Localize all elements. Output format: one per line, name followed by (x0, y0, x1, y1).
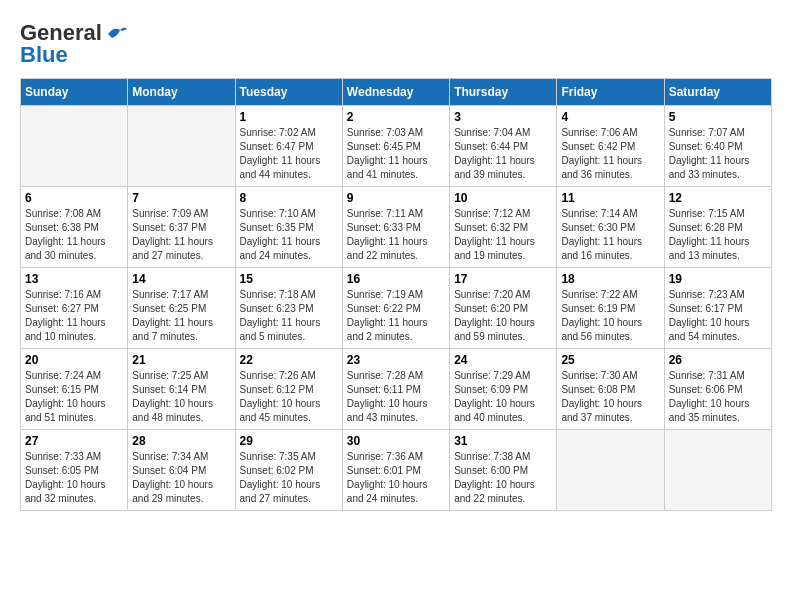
calendar-day-cell: 19Sunrise: 7:23 AM Sunset: 6:17 PM Dayli… (664, 268, 771, 349)
weekday-header: Tuesday (235, 79, 342, 106)
calendar-day-cell (664, 430, 771, 511)
day-number: 15 (240, 272, 338, 286)
day-info: Sunrise: 7:10 AM Sunset: 6:35 PM Dayligh… (240, 207, 338, 263)
day-number: 14 (132, 272, 230, 286)
day-number: 22 (240, 353, 338, 367)
day-info: Sunrise: 7:18 AM Sunset: 6:23 PM Dayligh… (240, 288, 338, 344)
day-info: Sunrise: 7:38 AM Sunset: 6:00 PM Dayligh… (454, 450, 552, 506)
day-number: 25 (561, 353, 659, 367)
day-info: Sunrise: 7:09 AM Sunset: 6:37 PM Dayligh… (132, 207, 230, 263)
calendar-day-cell: 18Sunrise: 7:22 AM Sunset: 6:19 PM Dayli… (557, 268, 664, 349)
calendar-day-cell: 30Sunrise: 7:36 AM Sunset: 6:01 PM Dayli… (342, 430, 449, 511)
day-number: 6 (25, 191, 123, 205)
day-number: 3 (454, 110, 552, 124)
calendar-day-cell: 22Sunrise: 7:26 AM Sunset: 6:12 PM Dayli… (235, 349, 342, 430)
calendar-day-cell: 17Sunrise: 7:20 AM Sunset: 6:20 PM Dayli… (450, 268, 557, 349)
calendar-day-cell: 15Sunrise: 7:18 AM Sunset: 6:23 PM Dayli… (235, 268, 342, 349)
page-header: General Blue (20, 20, 772, 68)
day-number: 27 (25, 434, 123, 448)
day-info: Sunrise: 7:29 AM Sunset: 6:09 PM Dayligh… (454, 369, 552, 425)
day-info: Sunrise: 7:34 AM Sunset: 6:04 PM Dayligh… (132, 450, 230, 506)
day-info: Sunrise: 7:20 AM Sunset: 6:20 PM Dayligh… (454, 288, 552, 344)
day-info: Sunrise: 7:35 AM Sunset: 6:02 PM Dayligh… (240, 450, 338, 506)
day-info: Sunrise: 7:22 AM Sunset: 6:19 PM Dayligh… (561, 288, 659, 344)
calendar-week-row: 1Sunrise: 7:02 AM Sunset: 6:47 PM Daylig… (21, 106, 772, 187)
calendar-day-cell: 27Sunrise: 7:33 AM Sunset: 6:05 PM Dayli… (21, 430, 128, 511)
day-info: Sunrise: 7:03 AM Sunset: 6:45 PM Dayligh… (347, 126, 445, 182)
day-info: Sunrise: 7:14 AM Sunset: 6:30 PM Dayligh… (561, 207, 659, 263)
day-info: Sunrise: 7:07 AM Sunset: 6:40 PM Dayligh… (669, 126, 767, 182)
calendar-day-cell (557, 430, 664, 511)
day-info: Sunrise: 7:25 AM Sunset: 6:14 PM Dayligh… (132, 369, 230, 425)
calendar-week-row: 27Sunrise: 7:33 AM Sunset: 6:05 PM Dayli… (21, 430, 772, 511)
logo: General Blue (20, 20, 128, 68)
day-number: 13 (25, 272, 123, 286)
calendar-day-cell: 11Sunrise: 7:14 AM Sunset: 6:30 PM Dayli… (557, 187, 664, 268)
weekday-header: Saturday (664, 79, 771, 106)
day-info: Sunrise: 7:33 AM Sunset: 6:05 PM Dayligh… (25, 450, 123, 506)
day-info: Sunrise: 7:26 AM Sunset: 6:12 PM Dayligh… (240, 369, 338, 425)
calendar-day-cell: 20Sunrise: 7:24 AM Sunset: 6:15 PM Dayli… (21, 349, 128, 430)
day-number: 20 (25, 353, 123, 367)
weekday-header: Wednesday (342, 79, 449, 106)
day-info: Sunrise: 7:06 AM Sunset: 6:42 PM Dayligh… (561, 126, 659, 182)
logo-bird-icon (106, 24, 128, 42)
calendar-day-cell: 28Sunrise: 7:34 AM Sunset: 6:04 PM Dayli… (128, 430, 235, 511)
calendar-day-cell: 21Sunrise: 7:25 AM Sunset: 6:14 PM Dayli… (128, 349, 235, 430)
calendar-day-cell: 4Sunrise: 7:06 AM Sunset: 6:42 PM Daylig… (557, 106, 664, 187)
calendar-day-cell: 14Sunrise: 7:17 AM Sunset: 6:25 PM Dayli… (128, 268, 235, 349)
calendar-day-cell: 23Sunrise: 7:28 AM Sunset: 6:11 PM Dayli… (342, 349, 449, 430)
day-number: 2 (347, 110, 445, 124)
calendar-day-cell (21, 106, 128, 187)
day-info: Sunrise: 7:36 AM Sunset: 6:01 PM Dayligh… (347, 450, 445, 506)
day-number: 17 (454, 272, 552, 286)
calendar-day-cell: 8Sunrise: 7:10 AM Sunset: 6:35 PM Daylig… (235, 187, 342, 268)
calendar-day-cell: 7Sunrise: 7:09 AM Sunset: 6:37 PM Daylig… (128, 187, 235, 268)
calendar-week-row: 20Sunrise: 7:24 AM Sunset: 6:15 PM Dayli… (21, 349, 772, 430)
calendar-day-cell: 16Sunrise: 7:19 AM Sunset: 6:22 PM Dayli… (342, 268, 449, 349)
day-info: Sunrise: 7:15 AM Sunset: 6:28 PM Dayligh… (669, 207, 767, 263)
calendar-day-cell: 24Sunrise: 7:29 AM Sunset: 6:09 PM Dayli… (450, 349, 557, 430)
day-info: Sunrise: 7:16 AM Sunset: 6:27 PM Dayligh… (25, 288, 123, 344)
day-info: Sunrise: 7:17 AM Sunset: 6:25 PM Dayligh… (132, 288, 230, 344)
calendar-day-cell: 10Sunrise: 7:12 AM Sunset: 6:32 PM Dayli… (450, 187, 557, 268)
calendar-day-cell: 26Sunrise: 7:31 AM Sunset: 6:06 PM Dayli… (664, 349, 771, 430)
calendar-week-row: 13Sunrise: 7:16 AM Sunset: 6:27 PM Dayli… (21, 268, 772, 349)
day-info: Sunrise: 7:28 AM Sunset: 6:11 PM Dayligh… (347, 369, 445, 425)
day-info: Sunrise: 7:08 AM Sunset: 6:38 PM Dayligh… (25, 207, 123, 263)
calendar-week-row: 6Sunrise: 7:08 AM Sunset: 6:38 PM Daylig… (21, 187, 772, 268)
day-number: 4 (561, 110, 659, 124)
calendar-day-cell: 9Sunrise: 7:11 AM Sunset: 6:33 PM Daylig… (342, 187, 449, 268)
calendar-header-row: SundayMondayTuesdayWednesdayThursdayFrid… (21, 79, 772, 106)
day-number: 1 (240, 110, 338, 124)
weekday-header: Sunday (21, 79, 128, 106)
day-info: Sunrise: 7:30 AM Sunset: 6:08 PM Dayligh… (561, 369, 659, 425)
calendar-day-cell: 1Sunrise: 7:02 AM Sunset: 6:47 PM Daylig… (235, 106, 342, 187)
day-number: 7 (132, 191, 230, 205)
logo-blue: Blue (20, 42, 68, 68)
calendar-day-cell: 3Sunrise: 7:04 AM Sunset: 6:44 PM Daylig… (450, 106, 557, 187)
calendar-day-cell (128, 106, 235, 187)
calendar-day-cell: 29Sunrise: 7:35 AM Sunset: 6:02 PM Dayli… (235, 430, 342, 511)
day-number: 23 (347, 353, 445, 367)
day-number: 16 (347, 272, 445, 286)
weekday-header: Friday (557, 79, 664, 106)
weekday-header: Monday (128, 79, 235, 106)
day-number: 21 (132, 353, 230, 367)
day-number: 18 (561, 272, 659, 286)
day-number: 30 (347, 434, 445, 448)
calendar-day-cell: 13Sunrise: 7:16 AM Sunset: 6:27 PM Dayli… (21, 268, 128, 349)
day-info: Sunrise: 7:11 AM Sunset: 6:33 PM Dayligh… (347, 207, 445, 263)
day-info: Sunrise: 7:12 AM Sunset: 6:32 PM Dayligh… (454, 207, 552, 263)
day-info: Sunrise: 7:19 AM Sunset: 6:22 PM Dayligh… (347, 288, 445, 344)
day-number: 12 (669, 191, 767, 205)
day-number: 11 (561, 191, 659, 205)
calendar-day-cell: 5Sunrise: 7:07 AM Sunset: 6:40 PM Daylig… (664, 106, 771, 187)
day-info: Sunrise: 7:24 AM Sunset: 6:15 PM Dayligh… (25, 369, 123, 425)
day-info: Sunrise: 7:04 AM Sunset: 6:44 PM Dayligh… (454, 126, 552, 182)
weekday-header: Thursday (450, 79, 557, 106)
day-info: Sunrise: 7:31 AM Sunset: 6:06 PM Dayligh… (669, 369, 767, 425)
day-number: 28 (132, 434, 230, 448)
day-number: 8 (240, 191, 338, 205)
calendar-day-cell: 25Sunrise: 7:30 AM Sunset: 6:08 PM Dayli… (557, 349, 664, 430)
